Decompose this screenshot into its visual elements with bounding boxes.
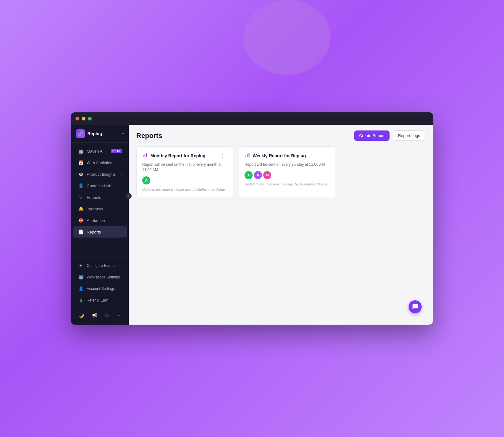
sidebar-item-label: Funnels (87, 195, 122, 200)
sidebar-item-label: Reports (87, 230, 122, 234)
sidebar-item-label: Workspace Settings (87, 275, 122, 279)
report-title-row: Monthly Report for Replug (142, 152, 206, 159)
chevron-down-icon: ▾ (122, 132, 124, 135)
sidebar-item-web-analytics[interactable]: 📅 Web Analytics (73, 157, 127, 168)
sidebar: 🔗 Replug ▾ ‹ 🤖 Maven AI BETA 📅 Web Analy… (71, 125, 129, 325)
sidebar-item-refer-earn[interactable]: $ Refer & Earn (73, 295, 127, 306)
report-avatars: A A M (245, 171, 329, 179)
chat-button[interactable] (409, 300, 422, 313)
sidebar-item-account-settings[interactable]: 👤 Account Settings (73, 283, 127, 294)
report-updated: Updated less than a minute ago, by Muham… (142, 188, 227, 191)
reports-icon: 📄 (78, 229, 84, 234)
svg-rect-0 (143, 155, 144, 157)
content-header: Reports Create Report Report Logs (129, 125, 433, 146)
header-actions: Create Report Report Logs (354, 130, 425, 141)
sidebar-item-label: Contacts Hub (87, 184, 122, 188)
beta-badge: BETA (111, 149, 122, 153)
configure-events-icon: ✦ (78, 263, 84, 268)
app-window: 🔗 Replug ▾ ‹ 🤖 Maven AI BETA 📅 Web Analy… (71, 112, 433, 325)
report-avatars: A (142, 176, 227, 184)
account-settings-icon: 👤 (78, 286, 84, 291)
sidebar-nav: 🤖 Maven AI BETA 📅 Web Analytics 👁️ Produ… (71, 143, 129, 258)
chart-bar-icon (142, 152, 148, 159)
sidebar-item-maven-ai[interactable]: 🤖 Maven AI BETA (73, 145, 127, 157)
sidebar-item-reports[interactable]: 📄 Reports (73, 226, 127, 238)
report-description: Report will be sent on every sunday at 1… (245, 162, 329, 167)
chart-bar-icon (245, 152, 250, 159)
maximize-button[interactable] (88, 117, 92, 120)
title-bar (71, 112, 433, 125)
report-title: Monthly Report for Replug (150, 153, 206, 158)
report-description: Report will be sent on the first of ever… (142, 162, 227, 173)
product-insights-icon: 👁️ (78, 172, 84, 177)
sidebar-item-attribution[interactable]: 🎯 Attribution (73, 215, 127, 226)
sidebar-footer: 🌙 📢 ⏱ → (71, 308, 129, 322)
maven-ai-icon: 🤖 (78, 149, 84, 154)
avatar: A (142, 176, 150, 184)
funnels-icon: ▽ (78, 195, 84, 200)
report-card-header: Monthly Report for Replug ⋮ (142, 152, 227, 160)
sidebar-item-label: Journeys (87, 207, 122, 211)
workspace-name: Replug (87, 131, 120, 136)
sidebar-item-label: Account Settings (87, 287, 122, 291)
attribution-icon: 🎯 (78, 218, 84, 223)
report-more-button[interactable]: ⋮ (321, 152, 329, 160)
reports-grid: Monthly Report for Replug ⋮ Report will … (129, 146, 433, 205)
svg-rect-5 (249, 153, 250, 157)
sidebar-item-journeys[interactable]: 🔔 Journeys (73, 203, 127, 214)
workspace-icon: 🔗 (76, 129, 85, 138)
dark-mode-icon[interactable]: 🌙 (77, 312, 85, 319)
refer-earn-icon: $ (78, 298, 84, 303)
notifications-icon[interactable]: 📢 (90, 312, 98, 319)
workspace-selector[interactable]: 🔗 Replug ▾ (71, 125, 129, 143)
report-updated: Updated less than a minute ago, by Muham… (245, 182, 329, 186)
create-report-button[interactable]: Create Report (354, 130, 390, 141)
sidebar-bottom-nav: ✦ Configure Events ⚙️ Workspace Settings… (71, 258, 129, 308)
journeys-icon: 🔔 (78, 206, 84, 211)
report-title-row: Weekly Report for Replug (245, 152, 306, 159)
avatar: M (263, 171, 271, 179)
contacts-hub-icon: 👤 (78, 183, 84, 188)
main-content: Reports Create Report Report Logs (129, 125, 433, 325)
svg-rect-3 (245, 155, 246, 157)
minimize-button[interactable] (82, 117, 85, 120)
svg-rect-4 (247, 154, 248, 157)
sidebar-item-label: Web Analytics (87, 160, 122, 165)
report-card-monthly: Monthly Report for Replug ⋮ Report will … (136, 146, 233, 197)
report-title: Weekly Report for Replug (253, 153, 306, 158)
report-card-weekly: Weekly Report for Replug ⋮ Report will b… (239, 146, 335, 197)
help-icon[interactable]: ⏱ (104, 312, 110, 319)
avatar: A (245, 171, 253, 179)
svg-rect-1 (145, 154, 146, 157)
sidebar-item-workspace-settings[interactable]: ⚙️ Workspace Settings (73, 272, 127, 283)
logout-icon[interactable]: → (116, 312, 123, 319)
sidebar-item-label: Maven AI (87, 149, 108, 154)
web-analytics-icon: 📅 (78, 160, 84, 165)
report-card-header: Weekly Report for Replug ⋮ (245, 152, 329, 160)
report-logs-button[interactable]: Report Logs (393, 130, 425, 141)
sidebar-item-configure-events[interactable]: ✦ Configure Events (73, 260, 127, 271)
sidebar-item-label: Attribution (87, 218, 122, 223)
workspace-settings-icon: ⚙️ (78, 275, 84, 280)
page-title: Reports (136, 132, 162, 140)
sidebar-collapse-button[interactable]: ‹ (125, 193, 132, 199)
close-button[interactable] (75, 117, 79, 120)
sidebar-item-contacts-hub[interactable]: 👤 Contacts Hub (73, 180, 127, 191)
sidebar-item-label: Product Insights (87, 172, 118, 177)
sidebar-item-label: Refer & Earn (87, 298, 122, 302)
avatar: A (254, 171, 262, 179)
svg-rect-2 (146, 153, 147, 157)
sidebar-item-label: Configure Events (87, 263, 122, 268)
report-more-button[interactable]: ⋮ (218, 152, 227, 160)
sidebar-item-funnels[interactable]: ▽ Funnels (73, 192, 127, 203)
chevron-right-icon: › (121, 173, 122, 176)
sidebar-item-product-insights[interactable]: 👁️ Product Insights › (73, 169, 127, 180)
